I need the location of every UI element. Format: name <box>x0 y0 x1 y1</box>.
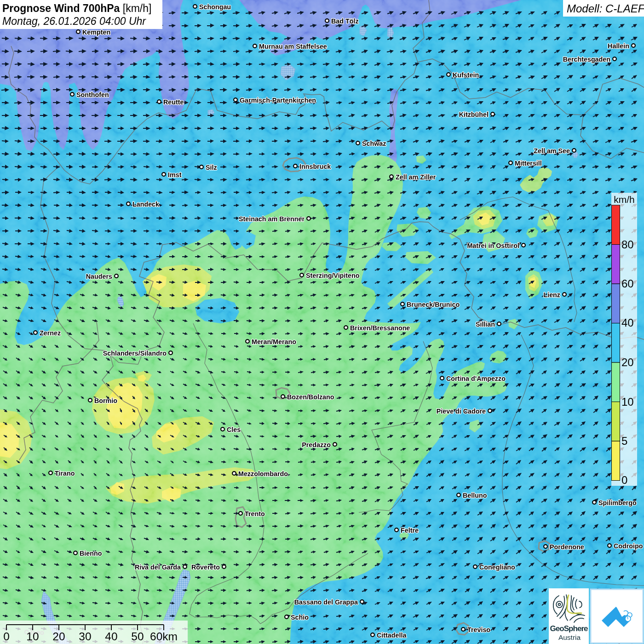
svg-text:Berchtesgaden: Berchtesgaden <box>563 56 610 63</box>
svg-text:Sonthofen: Sonthofen <box>76 91 109 98</box>
svg-text:Tirano: Tirano <box>55 470 75 477</box>
svg-text:Schio: Schio <box>291 614 309 621</box>
svg-text:Treviso: Treviso <box>467 626 490 633</box>
svg-text:Predazzo: Predazzo <box>302 441 331 448</box>
svg-text:Schwaz: Schwaz <box>362 140 386 147</box>
svg-text:Kitzbühel: Kitzbühel <box>459 111 489 118</box>
svg-text:Spilimbergo: Spilimbergo <box>598 499 637 506</box>
svg-text:Bozen/Bolzano: Bozen/Bolzano <box>287 393 334 401</box>
svg-text:40: 40 <box>621 316 634 329</box>
svg-text:Imst: Imst <box>168 171 182 178</box>
svg-text:Trento: Trento <box>245 510 265 518</box>
svg-text:Pieve di Cadore: Pieve di Cadore <box>437 408 486 415</box>
svg-text:Kufstein: Kufstein <box>453 71 479 79</box>
svg-text:Riva del Garda: Riva del Garda <box>135 564 181 571</box>
svg-text:Rovereto: Rovereto <box>191 564 220 571</box>
svg-text:Schlanders/Silandro: Schlanders/Silandro <box>103 350 167 357</box>
svg-text:0: 0 <box>621 474 627 486</box>
svg-text:Meran/Merano: Meran/Merano <box>252 338 296 345</box>
svg-text:Hallein: Hallein <box>608 42 629 50</box>
svg-text:60km: 60km <box>150 630 178 643</box>
svg-text:50: 50 <box>131 630 144 643</box>
svg-text:5: 5 <box>621 435 627 447</box>
svg-text:Mittersill: Mittersill <box>515 160 542 167</box>
svg-text:Brixen/Bressanone: Brixen/Bressanone <box>350 324 410 332</box>
svg-text:Cles: Cles <box>227 426 241 433</box>
svg-text:GeoSphere: GeoSphere <box>550 624 588 633</box>
svg-text:Feltre: Feltre <box>401 527 419 534</box>
svg-text:Garmisch-Partenkirchen: Garmisch-Partenkirchen <box>240 97 316 104</box>
svg-text:Cortina d'Ampezzo: Cortina d'Ampezzo <box>446 375 506 382</box>
svg-text:Austria: Austria <box>558 633 581 641</box>
svg-text:Matrei in Osttirol: Matrei in Osttirol <box>467 242 519 249</box>
svg-text:Sterzing/Vipiteno: Sterzing/Vipiteno <box>306 272 360 279</box>
svg-text:10: 10 <box>621 396 634 408</box>
svg-text:Steinach am Brenner: Steinach am Brenner <box>239 215 305 223</box>
svg-text:km/h: km/h <box>614 194 635 205</box>
svg-text:Pordenone: Pordenone <box>550 543 584 551</box>
svg-text:Montag, 26.01.2026 04:00 Uhr: Montag, 26.01.2026 04:00 Uhr <box>2 15 146 27</box>
svg-text:Landeck: Landeck <box>132 201 159 208</box>
svg-text:Reutte: Reutte <box>163 98 184 106</box>
svg-text:Lienz: Lienz <box>543 291 560 299</box>
svg-text:Bormio: Bormio <box>94 397 117 404</box>
svg-text:Belluno: Belluno <box>463 492 487 499</box>
svg-text:Nauders: Nauders <box>86 273 112 280</box>
svg-text:20: 20 <box>52 630 65 643</box>
svg-text:80: 80 <box>621 238 634 251</box>
svg-text:30: 30 <box>79 630 91 643</box>
svg-text:Silz: Silz <box>206 164 217 171</box>
svg-text:Zell am See: Zell am See <box>534 147 570 155</box>
svg-text:Kempten: Kempten <box>82 29 110 36</box>
svg-text:Bad Tölz: Bad Tölz <box>331 17 359 25</box>
svg-text:Cittadella: Cittadella <box>377 632 407 639</box>
svg-text:60: 60 <box>621 277 634 290</box>
svg-text:Conegliano: Conegliano <box>479 564 515 571</box>
svg-text:Innsbruck: Innsbruck <box>299 163 331 170</box>
svg-text:0: 0 <box>3 630 10 643</box>
svg-text:Mezzolombardo: Mezzolombardo <box>238 470 288 477</box>
svg-text:Sillian: Sillian <box>476 321 495 328</box>
svg-text:10: 10 <box>26 630 39 643</box>
svg-text:Zernez: Zernez <box>40 329 61 337</box>
svg-text:Modell: C-LAEF: Modell: C-LAEF <box>567 2 644 15</box>
svg-text:Bassano del Grappa: Bassano del Grappa <box>294 598 358 606</box>
svg-text:20: 20 <box>621 356 634 368</box>
svg-text:Bruneck/Brunico: Bruneck/Brunico <box>407 301 460 308</box>
svg-text:40: 40 <box>105 630 117 643</box>
svg-text:Prognose Wind 700hPa [km/h]: Prognose Wind 700hPa [km/h] <box>2 2 151 14</box>
svg-text:Bienno: Bienno <box>80 550 102 557</box>
svg-text:Schongau: Schongau <box>199 3 231 11</box>
svg-text:Zell am Ziller: Zell am Ziller <box>396 173 436 181</box>
svg-text:Murnau am Staffelsee: Murnau am Staffelsee <box>259 43 327 50</box>
svg-text:Codroipo: Codroipo <box>614 542 643 550</box>
